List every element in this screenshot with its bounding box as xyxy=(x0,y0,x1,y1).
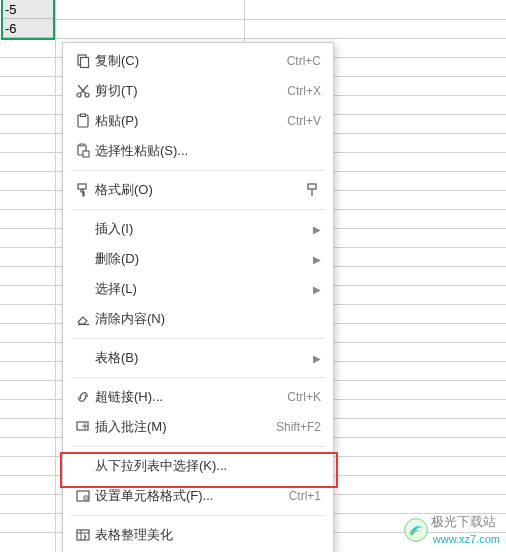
menu-separator xyxy=(71,446,325,447)
menu-format-cells-shortcut: Ctrl+1 xyxy=(289,489,321,503)
menu-table-label: 表格(B) xyxy=(95,349,313,367)
menu-hyperlink-shortcut: Ctrl+K xyxy=(287,390,321,404)
menu-paste-label: 粘贴(P) xyxy=(95,112,287,130)
menu-beautify[interactable]: 表格整理美化 xyxy=(63,520,333,550)
menu-cut[interactable]: 剪切(T) Ctrl+X xyxy=(63,76,333,106)
menu-separator xyxy=(71,170,325,171)
svg-rect-1 xyxy=(81,58,89,68)
menu-clear[interactable]: 清除内容(N) xyxy=(63,304,333,334)
menu-dropdown-select[interactable]: 从下拉列表中选择(K)... xyxy=(63,451,333,481)
menu-hyperlink-label: 超链接(H)... xyxy=(95,388,287,406)
menu-paste-special-label: 选择性粘贴(S)... xyxy=(95,142,321,160)
submenu-arrow-icon: ▶ xyxy=(313,353,321,364)
svg-point-23 xyxy=(404,518,427,541)
menu-format-painter-label: 格式刷(O) xyxy=(95,181,299,199)
menu-separator xyxy=(71,377,325,378)
paste-special-icon xyxy=(71,143,95,159)
menu-insert-label: 插入(I) xyxy=(95,220,313,238)
menu-format-cells-label: 设置单元格格式(F)... xyxy=(95,487,289,505)
menu-paste[interactable]: 粘贴(P) Ctrl+V xyxy=(63,106,333,136)
menu-paste-special[interactable]: 选择性粘贴(S)... xyxy=(63,136,333,166)
menu-separator xyxy=(71,209,325,210)
menu-separator xyxy=(71,338,325,339)
svg-point-19 xyxy=(85,497,87,499)
link-icon xyxy=(71,389,95,405)
svg-rect-12 xyxy=(308,184,316,189)
menu-paste-shortcut: Ctrl+V xyxy=(287,114,321,128)
cut-icon xyxy=(71,83,95,99)
watermark-logo-icon xyxy=(403,517,429,543)
menu-clear-label: 清除内容(N) xyxy=(95,310,321,328)
submenu-arrow-icon: ▶ xyxy=(313,254,321,265)
menu-comment[interactable]: 插入批注(M) Shift+F2 xyxy=(63,412,333,442)
eraser-icon xyxy=(71,311,95,327)
svg-rect-7 xyxy=(81,114,86,117)
menu-copy[interactable]: 复制(C) Ctrl+C xyxy=(63,46,333,76)
watermark-name: 极光下载站 xyxy=(431,514,496,529)
svg-rect-11 xyxy=(78,184,86,189)
menu-hyperlink[interactable]: 超链接(H)... Ctrl+K xyxy=(63,382,333,412)
menu-cut-shortcut: Ctrl+X xyxy=(287,84,321,98)
menu-select-label: 选择(L) xyxy=(95,280,313,298)
watermark-url: www.xz7.com xyxy=(433,533,500,545)
cell-selection[interactable]: -5 -6 xyxy=(1,0,55,38)
copy-icon xyxy=(71,53,95,69)
svg-rect-20 xyxy=(77,530,89,540)
menu-separator xyxy=(71,515,325,516)
submenu-arrow-icon: ▶ xyxy=(313,284,321,295)
cell-a1[interactable]: -5 xyxy=(1,0,55,19)
menu-comment-label: 插入批注(M) xyxy=(95,418,276,436)
menu-format-cells[interactable]: 设置单元格格式(F)... Ctrl+1 xyxy=(63,481,333,511)
format-painter-extra-icon xyxy=(305,182,321,198)
svg-rect-9 xyxy=(80,144,84,146)
menu-comment-shortcut: Shift+F2 xyxy=(276,420,321,434)
beautify-icon xyxy=(71,527,95,543)
comment-icon xyxy=(71,419,95,435)
cell-a2[interactable]: -6 xyxy=(1,19,55,38)
menu-delete-label: 删除(D) xyxy=(95,250,313,268)
watermark: 极光下载站 www.xz7.com xyxy=(403,513,500,546)
menu-table[interactable]: 表格(B) ▶ xyxy=(63,343,333,373)
submenu-arrow-icon: ▶ xyxy=(313,224,321,235)
format-painter-icon xyxy=(71,182,95,198)
paste-icon xyxy=(71,113,95,129)
svg-rect-10 xyxy=(83,151,89,157)
menu-cut-label: 剪切(T) xyxy=(95,82,287,100)
menu-copy-label: 复制(C) xyxy=(95,52,287,70)
menu-beautify-label: 表格整理美化 xyxy=(95,526,321,544)
menu-dropdown-select-label: 从下拉列表中选择(K)... xyxy=(95,457,321,475)
menu-delete[interactable]: 删除(D) ▶ xyxy=(63,244,333,274)
menu-copy-shortcut: Ctrl+C xyxy=(287,54,321,68)
format-cells-icon xyxy=(71,488,95,504)
menu-format-painter[interactable]: 格式刷(O) xyxy=(63,175,333,205)
menu-select[interactable]: 选择(L) ▶ xyxy=(63,274,333,304)
menu-insert[interactable]: 插入(I) ▶ xyxy=(63,214,333,244)
context-menu: 复制(C) Ctrl+C 剪切(T) Ctrl+X 粘贴(P) Ctrl+V 选… xyxy=(62,42,334,552)
